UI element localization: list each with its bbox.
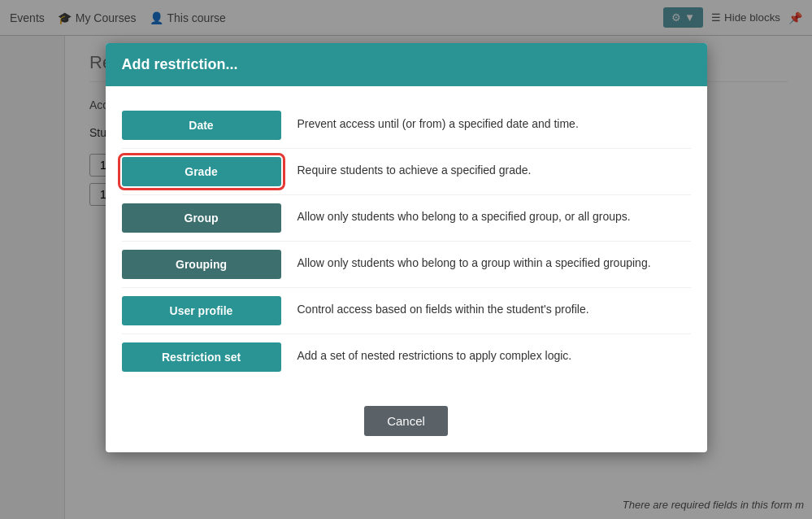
restriction-desc-3: Allow only students who belong to a grou… [297, 250, 691, 272]
restriction-option-row: Restriction setAdd a set of nested restr… [122, 334, 691, 380]
restriction-option-row: DatePrevent access until (or from) a spe… [122, 102, 691, 149]
restriction-btn-user-profile[interactable]: User profile [122, 296, 281, 325]
cancel-button[interactable]: Cancel [364, 406, 448, 436]
restriction-option-row: GroupAllow only students who belong to a… [122, 195, 691, 242]
restriction-desc-5: Add a set of nested restrictions to appl… [297, 342, 691, 364]
restriction-option-row: User profileControl access based on fiel… [122, 288, 691, 334]
restriction-option-row: GradeRequire students to achieve a speci… [122, 149, 691, 195]
restriction-btn-grouping[interactable]: Grouping [122, 250, 281, 279]
restriction-btn-date[interactable]: Date [122, 111, 281, 140]
add-restriction-modal: Add restriction... DatePrevent access un… [106, 43, 707, 452]
restriction-btn-grade[interactable]: Grade [122, 157, 281, 186]
modal-overlay: Add restriction... DatePrevent access un… [0, 0, 812, 519]
modal-body: DatePrevent access until (or from) a spe… [106, 86, 707, 396]
restriction-option-row: GroupingAllow only students who belong t… [122, 242, 691, 288]
modal-header: Add restriction... [106, 43, 707, 86]
restriction-btn-group[interactable]: Group [122, 203, 281, 233]
restriction-options: DatePrevent access until (or from) a spe… [122, 102, 691, 380]
restriction-btn-restriction-set[interactable]: Restriction set [122, 342, 281, 372]
restriction-desc-4: Control access based on fields within th… [297, 296, 691, 318]
restriction-desc-0: Prevent access until (or from) a specifi… [297, 111, 691, 133]
modal-footer: Cancel [106, 396, 707, 452]
modal-title: Add restriction... [122, 56, 238, 72]
restriction-desc-1: Require students to achieve a specified … [297, 157, 691, 179]
restriction-desc-2: Allow only students who belong to a spec… [297, 203, 691, 225]
